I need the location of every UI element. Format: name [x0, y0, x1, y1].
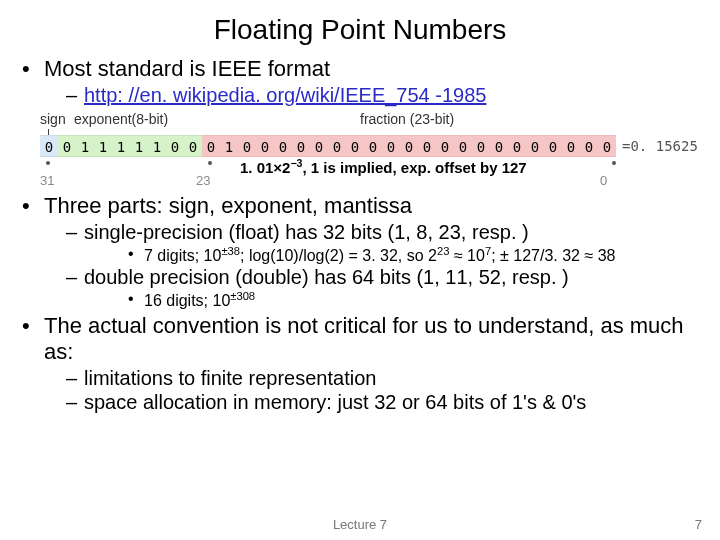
diagram-field-labels: sign exponent(8-bit) fraction (23-bit)	[40, 111, 680, 129]
bullet-single-text: single-precision (float) has 32 bits (1,…	[84, 221, 529, 243]
bit-fraction: 0	[526, 135, 544, 157]
bit-fraction: 0	[292, 135, 310, 157]
label-fraction: fraction (23-bit)	[360, 111, 454, 127]
bit-exponent: 1	[76, 135, 94, 157]
bit-exponent: 0	[58, 135, 76, 157]
bullet-space: space allocation in memory: just 32 or 6…	[44, 391, 698, 414]
value-result: =0. 15625	[616, 135, 698, 157]
bit-fraction: 0	[364, 135, 382, 157]
bullet-convention-text: The actual convention is not critical fo…	[44, 313, 684, 364]
bullet-parts-text: Three parts: sign, exponent, mantissa	[44, 193, 412, 218]
bit-fraction: 0	[238, 135, 256, 157]
bullet-double: double precision (double) has 64 bits (1…	[44, 266, 698, 310]
diagram-annotation: 1. 01×2−3, 1 is implied, exp. offset by …	[240, 157, 527, 176]
bit-fraction: 0	[400, 135, 418, 157]
bullet-parts: Three parts: sign, exponent, mantissa si…	[22, 193, 698, 311]
ieee754-diagram: sign exponent(8-bit) fraction (23-bit) 0…	[40, 111, 680, 191]
footer-page-number: 7	[695, 517, 702, 532]
bullet-ieee-text: Most standard is IEEE format	[44, 56, 330, 81]
bit-fraction: 0	[490, 135, 508, 157]
bit-fraction: 0	[472, 135, 490, 157]
label-sign: sign	[40, 111, 66, 127]
bit-fraction: 1	[220, 135, 238, 157]
bit-index-0: 0	[600, 173, 607, 188]
bit-fraction: 0	[436, 135, 454, 157]
bit-fraction: 0	[274, 135, 292, 157]
bit-fraction: 0	[598, 135, 616, 157]
slide-title: Floating Point Numbers	[22, 14, 698, 46]
bullet-double-text: double precision (double) has 64 bits (1…	[84, 266, 569, 288]
bit-exponent: 0	[166, 135, 184, 157]
bit-fraction: 0	[508, 135, 526, 157]
ieee-wiki-link[interactable]: http: //en. wikipedia. org/wiki/IEEE_754…	[84, 84, 486, 106]
label-exponent: exponent(8-bit)	[74, 111, 168, 127]
bit-fraction: 0	[544, 135, 562, 157]
bit-row: 00111110001000000000000000000000 =0. 156…	[40, 135, 680, 157]
bit-exponent: 0	[184, 135, 202, 157]
bit-fraction: 0	[346, 135, 364, 157]
bit-fraction: 0	[256, 135, 274, 157]
marker-dot-icon	[612, 161, 616, 165]
bullet-double-detail: 16 digits; 10±308	[84, 290, 698, 310]
bit-fraction: 0	[328, 135, 346, 157]
bullet-ieee: Most standard is IEEE format http: //en.…	[22, 56, 698, 107]
bullet-single-detail: 7 digits; 10±38; log(10)/log(2) = 3. 32,…	[84, 245, 698, 265]
bit-fraction: 0	[580, 135, 598, 157]
bit-fraction: 0	[418, 135, 436, 157]
bit-exponent: 1	[148, 135, 166, 157]
bit-fraction: 0	[310, 135, 328, 157]
bullet-limitations: limitations to finite representation	[44, 367, 698, 390]
bullet-convention: The actual convention is not critical fo…	[22, 313, 698, 414]
bit-sign: 0	[40, 135, 58, 157]
bullet-list: Most standard is IEEE format http: //en.…	[22, 56, 698, 107]
bit-fraction: 0	[382, 135, 400, 157]
bit-index-23: 23	[196, 173, 210, 188]
bit-fraction: 0	[454, 135, 472, 157]
bit-fraction: 0	[562, 135, 580, 157]
bit-exponent: 1	[112, 135, 130, 157]
bit-fraction: 0	[202, 135, 220, 157]
diagram-under-row: 31 23 0 1. 01×2−3, 1 is implied, exp. of…	[40, 157, 680, 191]
marker-dot-icon	[46, 161, 50, 165]
bit-index-31: 31	[40, 173, 54, 188]
marker-dot-icon	[208, 161, 212, 165]
bullet-link: http: //en. wikipedia. org/wiki/IEEE_754…	[44, 84, 698, 107]
bullet-list-2: Three parts: sign, exponent, mantissa si…	[22, 193, 698, 414]
diagram-ticks-top	[40, 129, 680, 135]
bit-exponent: 1	[94, 135, 112, 157]
footer-lecture: Lecture 7	[0, 517, 720, 532]
bit-exponent: 1	[130, 135, 148, 157]
slide: Floating Point Numbers Most standard is …	[0, 0, 720, 540]
bullet-single: single-precision (float) has 32 bits (1,…	[44, 221, 698, 265]
